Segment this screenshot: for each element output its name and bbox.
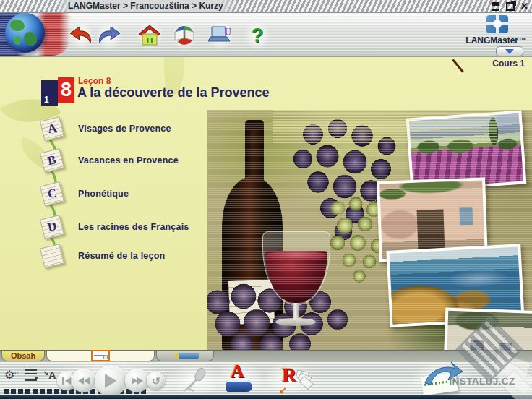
globe-logo-icon [5, 13, 45, 53]
forward-arrow-icon [98, 26, 121, 45]
forward-button[interactable] [96, 20, 122, 51]
lesson-collage-image [207, 110, 532, 350]
home-button[interactable]: H [137, 20, 163, 51]
home-icon: H [138, 25, 161, 46]
play-button[interactable] [95, 365, 126, 397]
window-menu-icon[interactable] [490, 1, 501, 12]
replay-button[interactable]: ↺ [147, 372, 165, 390]
pc-course-button[interactable]: U [207, 20, 233, 51]
grammar-icon: R [282, 365, 296, 385]
section-item-b[interactable]: B Vacances en Provence [42, 150, 179, 171]
back-arrow-icon [69, 26, 93, 45]
window-titlebar: LANGMaster > Francouzština > Kurzy ✕ [0, 0, 532, 13]
section-pad-icon: C [40, 181, 64, 206]
svg-text:H: H [146, 35, 153, 46]
replay-icon: ↺ [152, 375, 160, 387]
notes-pad-icon [40, 244, 64, 268]
send-icon [422, 361, 463, 386]
section-pad-icon: B [40, 148, 64, 173]
lesson-number-badge: 1 8 [41, 77, 74, 106]
rewind-button[interactable] [72, 369, 95, 392]
course-book-icon [172, 25, 197, 46]
bottom-toolbar: ⚙o ↘A ↺ A [0, 362, 532, 395]
settings-icon[interactable]: ⚙o [4, 369, 18, 381]
microphone-icon [181, 366, 211, 392]
help-icon: ? [252, 26, 264, 46]
back-button[interactable] [68, 20, 94, 51]
pc-course-icon: U [208, 26, 233, 45]
brand-name: LANGMaster™ [466, 35, 527, 46]
chevron-down-icon [505, 49, 514, 54]
langmaster-logo-icon [486, 15, 508, 33]
dictionary-icon [226, 380, 252, 392]
play-icon [105, 374, 116, 388]
section-pad-icon: D [40, 215, 64, 239]
window-title: LANGMaster > Francouzština > Kurzy [55, 0, 236, 12]
langmaster-app-window: LANGMaster > Francouzština > Kurzy ✕ [0, 0, 532, 399]
lesson-content: Cours 1 1 8 Leçon 8 A la découverte de l… [0, 56, 532, 350]
font-size-icon[interactable]: ↘A [43, 370, 56, 380]
tab-pencil[interactable] [156, 351, 214, 361]
section-pad-icon: A [40, 116, 64, 141]
wine-glass [262, 231, 329, 327]
window-close-icon[interactable]: ✕ [519, 1, 530, 12]
fast-forward-button[interactable] [125, 369, 149, 392]
window-restore-icon[interactable] [505, 1, 515, 12]
window-bottom-edge [0, 395, 532, 399]
tab-notes[interactable] [46, 351, 155, 361]
course-tab[interactable]: Cours 1 [463, 56, 532, 71]
photo-village-corner [444, 308, 532, 350]
unit-number-box: 1 [41, 80, 58, 106]
tab-obsah[interactable]: Obsah [1, 351, 45, 361]
section-item-d[interactable]: D Les racines des Français [42, 217, 189, 237]
lesson-number-box: 8 [58, 77, 74, 103]
section-item-c[interactable]: C Phonétique [42, 184, 129, 204]
dictionary-button[interactable]: A [224, 364, 256, 393]
grammar-button[interactable]: R ↙ [279, 365, 312, 394]
course-dropdown-button[interactable] [496, 46, 523, 56]
help-button[interactable]: ? [244, 20, 270, 51]
section-item-resume[interactable]: Résumé de la leçon [42, 246, 165, 266]
microphone-button[interactable] [181, 366, 211, 395]
svg-text:U: U [224, 27, 231, 38]
player-settings-icons: ⚙o ↘A [4, 369, 56, 381]
subtitles-icon[interactable] [25, 369, 37, 381]
section-item-a[interactable]: A Visages de Provence [42, 119, 171, 139]
lesson-title: A la découverte de la Provence [77, 85, 269, 100]
send-lesson-button[interactable] [418, 363, 466, 395]
window-controls: ✕ [490, 0, 530, 12]
notes-tab-icon [91, 350, 110, 361]
pencil-tab-icon [172, 353, 199, 359]
course-tab-label: Cours 1 [492, 59, 525, 69]
course-book-button[interactable] [171, 20, 197, 51]
lesson-kicker: Leçon 8 [78, 76, 111, 86]
top-toolbar: H U ? [0, 12, 532, 57]
